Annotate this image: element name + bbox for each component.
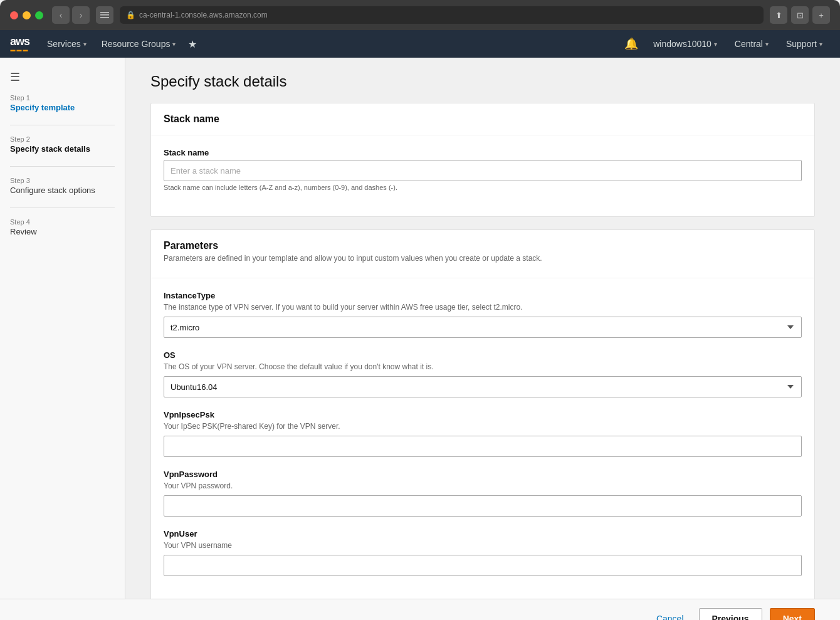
vpn-password-group: VpnPassword Your VPN password. bbox=[164, 470, 802, 517]
new-tab-button[interactable]: + bbox=[812, 6, 830, 24]
support-nav-item[interactable]: Support ▾ bbox=[779, 30, 830, 58]
footer-actions: Cancel Previous Next bbox=[0, 599, 840, 620]
notifications-button[interactable]: 🔔 bbox=[619, 37, 643, 51]
aws-logo[interactable]: aws ▬▬▬ bbox=[10, 35, 29, 53]
support-label: Support bbox=[786, 39, 817, 49]
nav-right: 🔔 windows10010 ▾ Central ▾ Support ▾ bbox=[619, 30, 830, 58]
parameters-card-body: InstanceType The instance type of VPN se… bbox=[151, 278, 814, 599]
page-title: Specify stack details bbox=[150, 73, 815, 90]
traffic-lights bbox=[10, 11, 43, 19]
stack-name-hint: Stack name can include letters (A-Z and … bbox=[164, 184, 802, 191]
step-1-label: Step 1 bbox=[10, 94, 115, 102]
step-1-item[interactable]: Step 1 Specify template bbox=[10, 94, 115, 112]
support-chevron-icon: ▾ bbox=[819, 41, 822, 48]
browser-actions: ⬆ ⊡ + bbox=[770, 6, 830, 24]
instance-type-description: The instance type of VPN server. If you … bbox=[164, 303, 802, 312]
account-chevron-icon: ▾ bbox=[714, 41, 717, 48]
resource-groups-label: Resource Groups bbox=[102, 39, 171, 49]
services-label: Services bbox=[47, 39, 81, 49]
url-text: ca-central-1.console.aws.amazon.com bbox=[139, 11, 268, 19]
step-1-name: Specify template bbox=[10, 103, 115, 112]
services-chevron-icon: ▾ bbox=[83, 41, 87, 48]
vpn-user-group: VpnUser Your VPN username bbox=[164, 529, 802, 576]
stack-name-field-group: Stack name Stack name can include letter… bbox=[164, 148, 802, 191]
vpn-password-input[interactable] bbox=[164, 495, 802, 517]
step-2-name: Specify stack details bbox=[10, 144, 115, 154]
fullscreen-button[interactable] bbox=[35, 11, 43, 19]
minimize-button[interactable] bbox=[23, 11, 31, 19]
stack-name-label: Stack name bbox=[164, 148, 802, 157]
sidebar-toggle-button[interactable] bbox=[96, 6, 113, 24]
vpn-ipsec-psk-group: VpnIpsecPsk Your IpSec PSK(Pre-shared Ke… bbox=[164, 410, 802, 457]
tab-button[interactable]: ⊡ bbox=[791, 6, 809, 24]
parameters-card-description: Parameters are defined in your template … bbox=[164, 254, 802, 263]
step-2-item[interactable]: Step 2 Specify stack details bbox=[10, 135, 115, 154]
os-label: OS bbox=[164, 350, 802, 360]
vpn-password-label: VpnPassword bbox=[164, 470, 802, 479]
previous-button[interactable]: Previous bbox=[699, 608, 762, 620]
favorites-button[interactable]: ★ bbox=[183, 38, 202, 50]
forward-button[interactable]: › bbox=[72, 6, 90, 24]
step-3-divider bbox=[10, 208, 115, 208]
vpn-user-description: Your VPN username bbox=[164, 541, 802, 550]
instance-type-label: InstanceType bbox=[164, 291, 802, 300]
stack-name-card: Stack name Stack name Stack name can inc… bbox=[150, 103, 815, 217]
os-description: The OS of your VPN server. Choose the de… bbox=[164, 362, 802, 371]
svg-rect-1 bbox=[100, 14, 109, 16]
region-chevron-icon: ▾ bbox=[765, 41, 769, 48]
main-layout: ☰ Step 1 Specify template Step 2 Specify… bbox=[0, 58, 840, 599]
sidebar: ☰ Step 1 Specify template Step 2 Specify… bbox=[0, 58, 125, 599]
vpn-user-label: VpnUser bbox=[164, 529, 802, 539]
back-button[interactable]: ‹ bbox=[52, 6, 70, 24]
os-select[interactable]: Ubuntu16.04 Ubuntu18.04 CentOS7 bbox=[164, 376, 802, 397]
svg-rect-2 bbox=[100, 17, 109, 18]
step-2-label: Step 2 bbox=[10, 135, 115, 143]
aws-logo-underline: ▬▬▬ bbox=[10, 47, 29, 53]
nav-arrows: ‹ › bbox=[52, 6, 90, 24]
resource-groups-chevron-icon: ▾ bbox=[172, 41, 176, 48]
step-1-divider bbox=[10, 125, 115, 125]
step-3-label: Step 3 bbox=[10, 177, 115, 184]
cancel-button[interactable]: Cancel bbox=[649, 610, 691, 620]
step-4-label: Step 4 bbox=[10, 218, 115, 226]
step-2-divider bbox=[10, 166, 115, 167]
svg-rect-0 bbox=[100, 12, 109, 13]
account-label: windows10010 bbox=[653, 39, 711, 49]
vpn-ipsec-psk-input[interactable] bbox=[164, 436, 802, 457]
os-group: OS The OS of your VPN server. Choose the… bbox=[164, 350, 802, 397]
step-4-item: Step 4 Review bbox=[10, 218, 115, 236]
region-label: Central bbox=[735, 39, 763, 49]
parameters-card: Parameters Parameters are defined in you… bbox=[150, 229, 815, 599]
next-button[interactable]: Next bbox=[770, 608, 815, 620]
vpn-ipsec-psk-description: Your IpSec PSK(Pre-shared Key) for the V… bbox=[164, 422, 802, 431]
vpn-password-description: Your VPN password. bbox=[164, 481, 802, 490]
browser-chrome: ‹ › 🔒 ca-central-1.console.aws.amazon.co… bbox=[0, 0, 840, 30]
vpn-user-input[interactable] bbox=[164, 555, 802, 576]
hamburger-icon[interactable]: ☰ bbox=[0, 68, 125, 94]
close-button[interactable] bbox=[10, 11, 18, 19]
resource-groups-nav-item[interactable]: Resource Groups ▾ bbox=[94, 30, 184, 58]
parameters-card-header: Parameters Parameters are defined in you… bbox=[151, 230, 814, 278]
region-nav-item[interactable]: Central ▾ bbox=[727, 30, 776, 58]
share-button[interactable]: ⬆ bbox=[770, 6, 787, 24]
step-3-name: Configure stack options bbox=[10, 186, 115, 195]
step-3-item: Step 3 Configure stack options bbox=[10, 177, 115, 195]
step-4-name: Review bbox=[10, 227, 115, 236]
sidebar-steps: Step 1 Specify template Step 2 Specify s… bbox=[0, 94, 125, 236]
instance-type-select[interactable]: t2.micro t2.small t2.medium t3.micro bbox=[164, 317, 802, 338]
stack-name-card-body: Stack name Stack name can include letter… bbox=[151, 135, 814, 216]
stack-name-input[interactable] bbox=[164, 160, 802, 181]
stack-name-card-header: Stack name bbox=[151, 103, 814, 135]
instance-type-group: InstanceType The instance type of VPN se… bbox=[164, 291, 802, 338]
aws-logo-text: aws bbox=[10, 35, 29, 48]
account-nav-item[interactable]: windows10010 ▾ bbox=[646, 30, 725, 58]
aws-top-nav: aws ▬▬▬ Services ▾ Resource Groups ▾ ★ 🔔… bbox=[0, 30, 840, 58]
vpn-ipsec-psk-label: VpnIpsecPsk bbox=[164, 410, 802, 419]
content-area: Specify stack details Stack name Stack n… bbox=[125, 58, 840, 599]
services-nav-item[interactable]: Services ▾ bbox=[39, 30, 94, 58]
parameters-card-title: Parameters bbox=[164, 240, 802, 251]
url-bar[interactable]: 🔒 ca-central-1.console.aws.amazon.com bbox=[120, 6, 764, 24]
stack-name-card-title: Stack name bbox=[164, 113, 802, 125]
lock-icon: 🔒 bbox=[126, 11, 135, 19]
